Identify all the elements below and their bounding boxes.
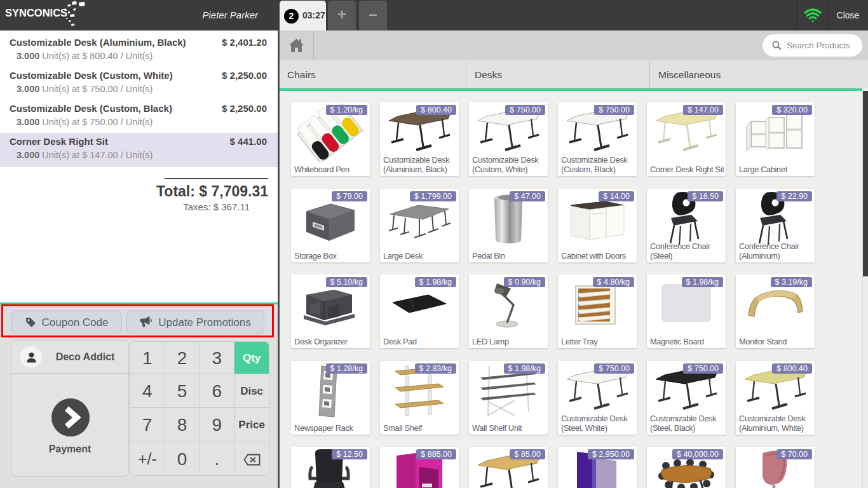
svg-text:SYNCONICS: SYNCONICS	[5, 7, 67, 18]
